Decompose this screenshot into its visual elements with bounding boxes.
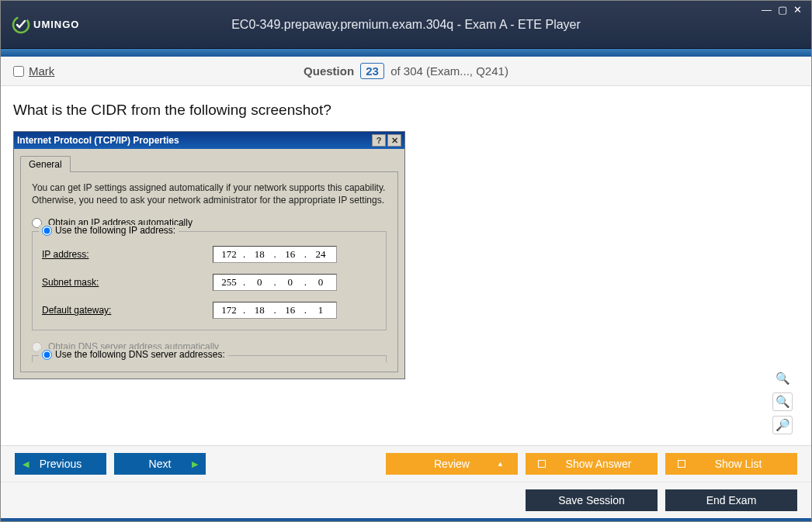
ip-o2: 18 (247, 248, 272, 261)
ip-address-row: IP address: 172. 18. 16. 24 (42, 246, 377, 263)
gateway-row: Default gateway: 172. 18. 16. 1 (42, 302, 377, 319)
checkbox-icon (538, 460, 546, 468)
help-icon[interactable]: ? (372, 134, 386, 147)
tcpip-body: General You can get IP settings assigned… (14, 149, 404, 379)
radio-use-dns-label: Use the following DNS server addresses: (55, 349, 225, 360)
mark-checkbox[interactable] (13, 66, 24, 77)
question-indicator: Question 23 of 304 (Exam..., Q241) (304, 64, 508, 78)
show-answer-label: Show Answer (566, 458, 632, 470)
gateway-label: Default gateway: (42, 305, 213, 316)
action-group: Review ▲ Show Answer Show List (386, 453, 797, 475)
gw-o2: 18 (247, 304, 272, 316)
tab-content: You can get IP settings assigned automat… (20, 171, 398, 372)
mark-label: Mark (29, 64, 54, 78)
subnet-field[interactable]: 255. 0. 0. 0 (213, 274, 337, 291)
previous-label: Previous (40, 458, 82, 470)
nav-group: ◀ Previous Next ▶ (15, 453, 206, 475)
question-number[interactable]: 23 (360, 63, 384, 79)
ip-o3: 16 (278, 248, 303, 261)
checkbox-icon (678, 460, 685, 468)
zoom-tools: 🔍 🔍 🔎 (772, 369, 793, 434)
question-suffix: of 304 (Exam..., Q241) (390, 64, 508, 78)
radio-use-ip[interactable]: Use the following IP address: (39, 225, 179, 236)
show-list-button[interactable]: Show List (665, 453, 797, 475)
mark-checkbox-group[interactable]: Mark (13, 64, 54, 78)
tcpip-title: Internet Protocol (TCP/IP) Properties (17, 135, 370, 146)
gw-o4: 1 (308, 304, 333, 316)
window-controls: — ▢ ✕ (762, 4, 803, 16)
footer-session: Save Session End Exam (1, 482, 811, 518)
window-title: EC0-349.prepaway.premium.exam.304q - Exa… (1, 18, 811, 32)
previous-button[interactable]: ◀ Previous (15, 453, 106, 475)
ip-o1: 172 (217, 248, 241, 261)
dns-fieldset: Use the following DNS server addresses: (32, 355, 387, 362)
sn-o2: 0 (247, 276, 272, 289)
tcpip-titlebar: Internet Protocol (TCP/IP) Properties ? … (14, 132, 404, 149)
gw-o1: 172 (217, 304, 241, 316)
ip-address-label: IP address: (42, 249, 213, 260)
ip-fieldset: Use the following IP address: IP address… (32, 231, 387, 330)
gateway-field[interactable]: 172. 18. 16. 1 (213, 302, 337, 319)
tcpip-dialog: Internet Protocol (TCP/IP) Properties ? … (13, 131, 405, 379)
subnet-label: Subnet mask: (42, 277, 213, 288)
title-bar: — ▢ ✕ UMINGO EC0-349.prepaway.premium.ex… (1, 1, 811, 49)
sn-o3: 0 (278, 276, 303, 289)
triangle-up-icon: ▲ (497, 460, 504, 468)
tab-general[interactable]: General (20, 156, 71, 172)
minimize-icon[interactable]: — (762, 4, 773, 16)
sn-o4: 0 (308, 276, 333, 289)
end-exam-button[interactable]: End Exam (665, 489, 797, 511)
close-icon[interactable]: ✕ (793, 4, 803, 16)
chevron-left-icon: ◀ (23, 459, 29, 469)
show-answer-button[interactable]: Show Answer (526, 453, 658, 475)
bottom-accent-bar (1, 518, 811, 521)
question-text: What is the CIDR from the following scre… (13, 102, 799, 119)
question-bar: Mark Question 23 of 304 (Exam..., Q241) (1, 57, 811, 86)
accent-bar (1, 49, 811, 57)
sn-o1: 255 (217, 276, 241, 289)
close-dialog-icon[interactable]: ✕ (387, 134, 401, 147)
review-label: Review (434, 458, 470, 470)
chevron-right-icon: ▶ (192, 459, 198, 469)
show-list-label: Show List (715, 458, 762, 470)
ip-address-field[interactable]: 172. 18. 16. 24 (213, 246, 337, 263)
zoom-in-button[interactable]: 🔍 (772, 392, 793, 411)
maximize-icon[interactable]: ▢ (778, 4, 789, 16)
radio-use-dns-input[interactable] (42, 350, 52, 360)
ip-o4: 24 (308, 248, 333, 261)
radio-use-ip-input[interactable] (42, 226, 52, 236)
tcpip-description: You can get IP settings assigned automat… (32, 181, 387, 206)
save-session-button[interactable]: Save Session (526, 489, 658, 511)
subnet-row: Subnet mask: 255. 0. 0. 0 (42, 274, 377, 291)
magnifier-icon[interactable]: 🔍 (772, 369, 793, 388)
tab-row: General (20, 156, 398, 172)
next-button[interactable]: Next ▶ (114, 453, 206, 475)
radio-use-ip-label: Use the following IP address: (55, 225, 175, 236)
content-area: What is the CIDR from the following scre… (1, 86, 811, 445)
review-button[interactable]: Review ▲ (386, 453, 518, 475)
next-label: Next (149, 458, 172, 470)
gw-o3: 16 (278, 304, 303, 316)
footer-nav: ◀ Previous Next ▶ Review ▲ Show Answer S… (1, 445, 811, 482)
question-word: Question (304, 64, 354, 78)
zoom-out-button[interactable]: 🔎 (772, 416, 793, 434)
radio-use-dns[interactable]: Use the following DNS server addresses: (39, 349, 228, 360)
